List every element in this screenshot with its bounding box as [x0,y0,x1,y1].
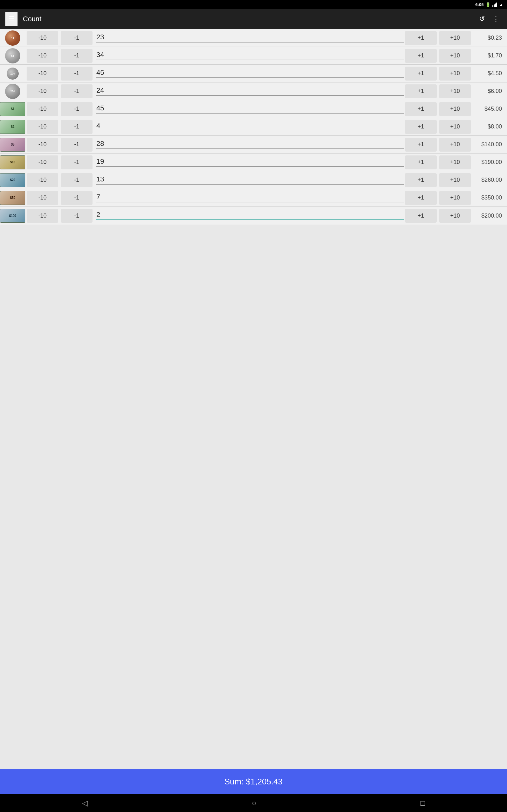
decrement-1-bill-50[interactable]: -1 [61,191,93,205]
decrement-1-quarter[interactable]: -1 [61,84,93,98]
status-time: 6:05 [475,2,484,7]
increment-10-quarter[interactable]: +10 [439,84,471,98]
increment-1-nickel[interactable]: +1 [405,49,437,63]
decrement-1-bill-100[interactable]: -1 [61,209,93,223]
currency-row-nickel: 5¢ -10 -1 +1 +10 $1.70 [0,47,507,65]
increment-1-bill-5[interactable]: +1 [405,138,437,152]
decrement-1-bill-10[interactable]: -1 [61,155,93,169]
decrement-10-dime[interactable]: -10 [26,67,58,81]
decrement-1-penny[interactable]: -1 [61,31,93,45]
currency-value-penny: $0.23 [472,35,507,41]
bill-bill-10: $10 [0,155,25,169]
increment-10-bill-1[interactable]: +10 [439,102,471,116]
currency-value-bill-100: $200.00 [472,212,507,219]
increment-10-bill-50[interactable]: +10 [439,191,471,205]
decrement-1-dime[interactable]: -1 [61,67,93,81]
app-title: Count [23,15,471,23]
count-input-bill-2[interactable] [96,121,404,131]
count-input-bill-1[interactable] [96,103,404,113]
increment-1-quarter[interactable]: +1 [405,84,437,98]
decrement-10-bill-50[interactable]: -10 [26,191,58,205]
wifi-icon: ▲ [499,2,503,7]
currency-value-bill-2: $8.00 [472,123,507,130]
home-button[interactable]: ○ [241,796,267,810]
decrement-1-bill-2[interactable]: -1 [61,120,93,134]
currency-value-dime: $4.50 [472,70,507,77]
decrement-10-bill-10[interactable]: -10 [26,155,58,169]
count-input-nickel[interactable] [96,50,404,60]
increment-1-bill-50[interactable]: +1 [405,191,437,205]
coin-quarter: 25¢ [5,84,20,99]
decrement-10-bill-2[interactable]: -10 [26,120,58,134]
increment-10-bill-5[interactable]: +10 [439,138,471,152]
menu-button[interactable]: ☰ [5,12,18,26]
count-input-bill-20[interactable] [96,174,404,185]
increment-1-bill-20[interactable]: +1 [405,173,437,187]
decrement-1-bill-20[interactable]: -1 [61,173,93,187]
toolbar-actions: ↺ ⋮ [476,12,502,26]
count-input-bill-100[interactable] [96,210,404,220]
increment-10-nickel[interactable]: +10 [439,49,471,63]
count-input-quarter[interactable] [96,86,404,96]
count-input-bill-50[interactable] [96,192,404,202]
count-input-penny[interactable] [96,32,404,43]
battery-icon: 🔋 [486,2,491,7]
bill-bill-2: $2 [0,120,25,134]
toolbar: ☰ Count ↺ ⋮ [0,9,507,29]
count-wrapper-dime [94,68,404,79]
bill-image-bill-100: $100 [0,207,25,224]
decrement-10-bill-1[interactable]: -10 [26,102,58,116]
count-input-dime[interactable] [96,68,404,78]
count-wrapper-bill-1 [94,103,404,115]
increment-1-dime[interactable]: +1 [405,67,437,81]
coin-image-dime: 10¢ [0,65,25,83]
bill-image-bill-2: $2 [0,118,25,136]
count-wrapper-bill-2 [94,121,404,133]
bill-bill-50: $50 [0,191,25,205]
sum-bar: Sum: $1,205.43 [0,769,507,794]
more-button[interactable]: ⋮ [490,12,502,26]
bill-image-bill-20: $20 [0,171,25,189]
increment-10-penny[interactable]: +10 [439,31,471,45]
decrement-1-bill-5[interactable]: -1 [61,138,93,152]
coin-dime: 10¢ [7,67,19,80]
count-input-bill-5[interactable] [96,139,404,149]
decrement-1-nickel[interactable]: -1 [61,49,93,63]
back-button[interactable]: ◁ [72,796,98,810]
decrement-10-penny[interactable]: -10 [26,31,58,45]
bill-bill-1: $1 [0,102,25,116]
increment-1-bill-1[interactable]: +1 [405,102,437,116]
currency-row-bill-1: $1 -10 -1 +1 +10 $45.00 [0,100,507,118]
increment-1-penny[interactable]: +1 [405,31,437,45]
currency-list: 1¢ -10 -1 +1 +10 $0.23 5¢ -10 -1 +1 +10 … [0,29,507,769]
increment-1-bill-2[interactable]: +1 [405,120,437,134]
count-input-bill-10[interactable] [96,157,404,167]
decrement-10-bill-100[interactable]: -10 [26,209,58,223]
currency-row-bill-20: $20 -10 -1 +1 +10 $260.00 [0,171,507,189]
currency-value-bill-10: $190.00 [472,159,507,165]
increment-10-bill-100[interactable]: +10 [439,209,471,223]
bill-image-bill-5: $5 [0,136,25,154]
history-button[interactable]: ↺ [476,12,487,26]
bill-bill-20: $20 [0,173,25,187]
decrement-10-nickel[interactable]: -10 [26,49,58,63]
increment-10-bill-20[interactable]: +10 [439,173,471,187]
increment-10-bill-10[interactable]: +10 [439,155,471,169]
recents-button[interactable]: □ [410,796,435,810]
decrement-10-quarter[interactable]: -10 [26,84,58,98]
increment-10-bill-2[interactable]: +10 [439,120,471,134]
currency-value-bill-5: $140.00 [472,141,507,148]
increment-1-bill-100[interactable]: +1 [405,209,437,223]
currency-row-quarter: 25¢ -10 -1 +1 +10 $6.00 [0,83,507,100]
coin-image-quarter: 25¢ [0,83,25,100]
currency-row-bill-50: $50 -10 -1 +1 +10 $350.00 [0,189,507,207]
decrement-10-bill-20[interactable]: -10 [26,173,58,187]
bill-image-bill-1: $1 [0,100,25,118]
decrement-1-bill-1[interactable]: -1 [61,102,93,116]
coin-penny: 1¢ [5,31,20,46]
bill-bill-5: $5 [0,138,25,152]
decrement-10-bill-5[interactable]: -10 [26,138,58,152]
increment-1-bill-10[interactable]: +1 [405,155,437,169]
count-wrapper-bill-10 [94,157,404,168]
increment-10-dime[interactable]: +10 [439,67,471,81]
